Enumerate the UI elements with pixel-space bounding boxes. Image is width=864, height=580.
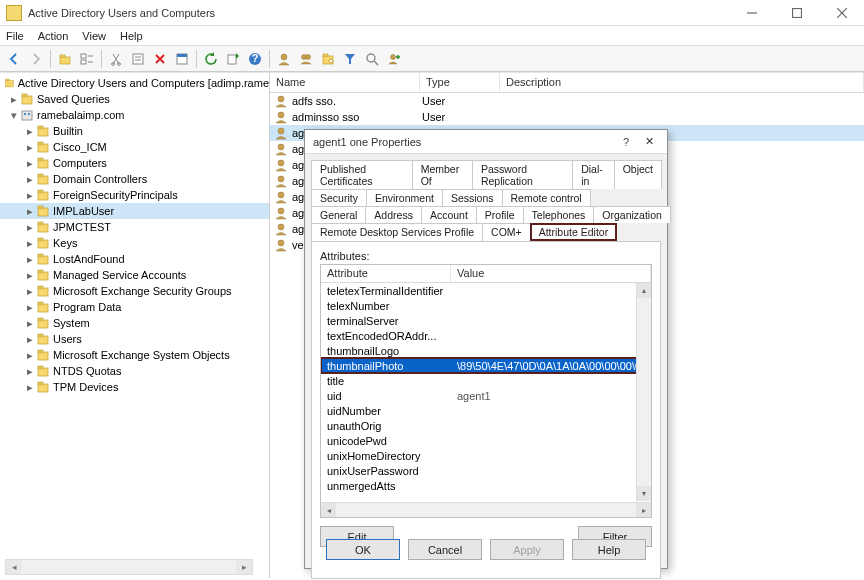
attr-row[interactable]: unixHomeDirectory: [321, 448, 651, 463]
tab-telephones[interactable]: Telephones: [523, 206, 595, 223]
attr-row[interactable]: teletexTerminalIdentifier: [321, 283, 651, 298]
tree-item[interactable]: ▸Cisco_ICM: [0, 139, 269, 155]
new-ou-icon[interactable]: [318, 49, 338, 69]
attr-row[interactable]: title: [321, 373, 651, 388]
tab-environment[interactable]: Environment: [366, 189, 443, 206]
attr-row[interactable]: unauthOrig: [321, 418, 651, 433]
tree-item[interactable]: ▸Microsoft Exchange Security Groups: [0, 283, 269, 299]
attr-row[interactable]: thumbnailLogo: [321, 343, 651, 358]
tree-item[interactable]: ▸System: [0, 315, 269, 331]
menu-help[interactable]: Help: [120, 30, 143, 42]
menu-view[interactable]: View: [82, 30, 106, 42]
collapse-icon[interactable]: ▾: [8, 109, 20, 122]
tab-account[interactable]: Account: [421, 206, 477, 223]
attr-row[interactable]: unixUserPassword: [321, 463, 651, 478]
tab-remote-control[interactable]: Remote control: [502, 189, 591, 206]
refresh-button[interactable]: [201, 49, 221, 69]
dialog-help-button[interactable]: ?: [613, 136, 639, 148]
properties-button[interactable]: [172, 49, 192, 69]
tab-attribute-editor[interactable]: Attribute Editor: [530, 223, 617, 241]
list-row[interactable]: adminsso ssoUser: [270, 109, 864, 125]
filter-icon[interactable]: [340, 49, 360, 69]
help-button[interactable]: Help: [572, 539, 646, 560]
attr-col-name[interactable]: Attribute: [321, 265, 451, 282]
tree-item[interactable]: ▸Managed Service Accounts: [0, 267, 269, 283]
tree-item[interactable]: ▸NTDS Quotas: [0, 363, 269, 379]
attr-row[interactable]: uidagent1: [321, 388, 651, 403]
tab-dial-in[interactable]: Dial-in: [572, 160, 615, 189]
tree-item[interactable]: ▸Computers: [0, 155, 269, 171]
expand-icon[interactable]: ▸: [24, 237, 36, 250]
cut-icon[interactable]: [106, 49, 126, 69]
close-button[interactable]: [819, 0, 864, 26]
attr-col-value[interactable]: Value: [451, 265, 651, 282]
attr-vscrollbar[interactable]: ▴ ▾: [636, 283, 651, 501]
scroll-down-icon[interactable]: ▾: [637, 486, 651, 501]
expand-icon[interactable]: ▸: [24, 301, 36, 314]
expand-icon[interactable]: ▸: [24, 349, 36, 362]
tab-security[interactable]: Security: [311, 189, 367, 206]
expand-icon[interactable]: ▸: [24, 285, 36, 298]
tree-item[interactable]: ▸Keys: [0, 235, 269, 251]
expand-icon[interactable]: ▸: [24, 269, 36, 282]
tree-item[interactable]: ▸IMPLabUser: [0, 203, 269, 219]
menu-action[interactable]: Action: [38, 30, 69, 42]
col-type[interactable]: Type: [420, 73, 500, 92]
tree-item[interactable]: ▸JPMCTEST: [0, 219, 269, 235]
minimize-button[interactable]: [729, 0, 774, 26]
export-icon[interactable]: [223, 49, 243, 69]
tree-item[interactable]: ▸Microsoft Exchange System Objects: [0, 347, 269, 363]
properties-icon[interactable]: [128, 49, 148, 69]
tree-saved-queries[interactable]: ▸ Saved Queries: [0, 91, 269, 107]
tree-pane[interactable]: Active Directory Users and Computers [ad…: [0, 73, 270, 578]
dialog-close-button[interactable]: ✕: [639, 135, 659, 148]
expand-icon[interactable]: ▸: [24, 365, 36, 378]
attr-row[interactable]: textEncodedORAddr...: [321, 328, 651, 343]
help-button[interactable]: ?: [245, 49, 265, 69]
expand-icon[interactable]: ▸: [24, 221, 36, 234]
ok-button[interactable]: OK: [326, 539, 400, 560]
apply-button[interactable]: Apply: [490, 539, 564, 560]
scroll-left-icon[interactable]: ◂: [6, 560, 22, 574]
tree-item[interactable]: ▸TPM Devices: [0, 379, 269, 395]
menu-file[interactable]: File: [6, 30, 24, 42]
tab-object[interactable]: Object: [614, 160, 662, 189]
tab-password-replication[interactable]: Password Replication: [472, 160, 573, 189]
attr-row[interactable]: thumbnailPhoto\89\50\4E\47\0D\0A\1A\0A\0…: [321, 358, 651, 373]
tab-organization[interactable]: Organization: [593, 206, 671, 223]
tree-item[interactable]: ▸Builtin: [0, 123, 269, 139]
col-desc[interactable]: Description: [500, 73, 864, 92]
find-icon[interactable]: [362, 49, 382, 69]
tree-item[interactable]: ▸Program Data: [0, 299, 269, 315]
attr-row[interactable]: uidNumber: [321, 403, 651, 418]
attr-row[interactable]: telexNumber: [321, 298, 651, 313]
scroll-left-icon[interactable]: ◂: [321, 503, 336, 517]
expand-icon[interactable]: ▸: [24, 173, 36, 186]
expand-icon[interactable]: ▸: [24, 317, 36, 330]
show-hide-button[interactable]: [77, 49, 97, 69]
expand-icon[interactable]: ▸: [24, 253, 36, 266]
expand-icon[interactable]: ▸: [24, 141, 36, 154]
delete-button[interactable]: [150, 49, 170, 69]
scroll-right-icon[interactable]: ▸: [236, 560, 252, 574]
expand-icon[interactable]: ▸: [8, 93, 20, 106]
attr-hscrollbar[interactable]: ◂ ▸: [321, 502, 651, 517]
tree-item[interactable]: ▸Domain Controllers: [0, 171, 269, 187]
tab-member-of[interactable]: Member Of: [412, 160, 473, 189]
scroll-up-icon[interactable]: ▴: [637, 283, 651, 298]
attr-row[interactable]: terminalServer: [321, 313, 651, 328]
back-button[interactable]: [4, 49, 24, 69]
tab-profile[interactable]: Profile: [476, 206, 524, 223]
tab-published-certificates[interactable]: Published Certificates: [311, 160, 413, 189]
tab-com-[interactable]: COM+: [482, 223, 531, 241]
tree-root[interactable]: Active Directory Users and Computers [ad…: [0, 75, 269, 91]
attr-row[interactable]: unmergedAtts: [321, 478, 651, 493]
new-user-icon[interactable]: [274, 49, 294, 69]
tree-item[interactable]: ▸LostAndFound: [0, 251, 269, 267]
col-name[interactable]: Name: [270, 73, 420, 92]
expand-icon[interactable]: ▸: [24, 381, 36, 394]
add-to-group-icon[interactable]: [384, 49, 404, 69]
tab-sessions[interactable]: Sessions: [442, 189, 503, 206]
attributes-list[interactable]: Attribute Value teletexTerminalIdentifie…: [320, 264, 652, 518]
expand-icon[interactable]: ▸: [24, 333, 36, 346]
